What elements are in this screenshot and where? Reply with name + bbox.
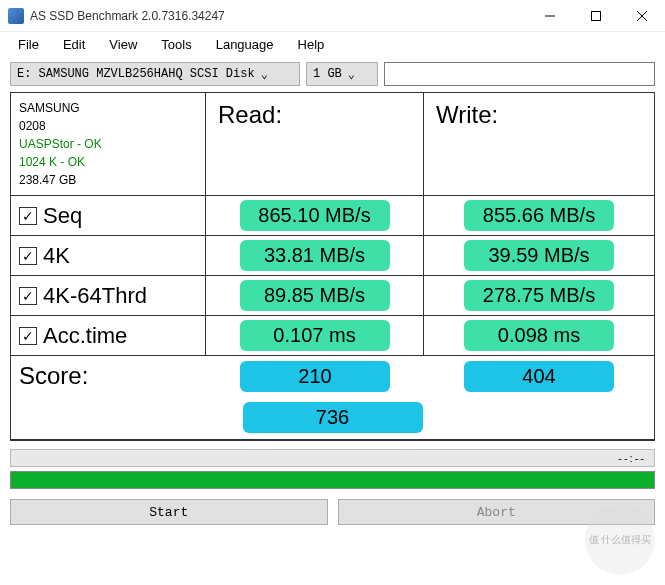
size-select[interactable]: 1 GB⌄	[306, 62, 378, 86]
acc-label: Acc.time	[43, 323, 127, 349]
chevron-down-icon: ⌄	[261, 67, 268, 82]
drive-info: SAMSUNG 0208 UASPStor - OK 1024 K - OK 2…	[11, 93, 206, 195]
drive-fw: 0208	[19, 117, 197, 135]
score-row: Score: 210 404 736	[11, 356, 654, 440]
title-bar: AS SSD Benchmark 2.0.7316.34247	[0, 0, 665, 32]
minimize-button[interactable]	[527, 0, 573, 31]
menu-tools[interactable]: Tools	[151, 35, 201, 54]
4k64-label: 4K-64Thrd	[43, 283, 147, 309]
seq-label: Seq	[43, 203, 82, 229]
menu-bar: File Edit View Tools Language Help	[0, 32, 665, 56]
score-header: Score:	[19, 362, 88, 390]
acc-write: 0.098 ms	[464, 320, 614, 351]
seq-write: 855.66 MB/s	[464, 200, 614, 231]
seq-read: 865.10 MB/s	[240, 200, 390, 231]
drive-select-value: E: SAMSUNG MZVLB256HAHQ SCSI Disk	[17, 67, 255, 81]
size-select-value: 1 GB	[313, 67, 342, 81]
drive-driver: UASPStor - OK	[19, 135, 197, 153]
write-header: Write:	[424, 93, 654, 195]
menu-file[interactable]: File	[8, 35, 49, 54]
start-button[interactable]: Start	[10, 499, 328, 525]
status-bar: --:--	[10, 449, 655, 467]
progress-bar	[10, 471, 655, 489]
text-input[interactable]	[384, 62, 655, 86]
4k64-checkbox[interactable]: ✓	[19, 287, 37, 305]
close-button[interactable]	[619, 0, 665, 31]
menu-view[interactable]: View	[99, 35, 147, 54]
status-time: --:--	[618, 452, 646, 464]
score-read: 210	[240, 361, 390, 392]
4k64-read: 89.85 MB/s	[240, 280, 390, 311]
read-header: Read:	[206, 93, 424, 195]
menu-help[interactable]: Help	[288, 35, 335, 54]
maximize-button[interactable]	[573, 0, 619, 31]
4k-write: 39.59 MB/s	[464, 240, 614, 271]
score-write: 404	[464, 361, 614, 392]
window-title: AS SSD Benchmark 2.0.7316.34247	[30, 9, 527, 23]
svg-rect-1	[592, 11, 601, 20]
menu-language[interactable]: Language	[206, 35, 284, 54]
app-icon	[8, 8, 24, 24]
menu-edit[interactable]: Edit	[53, 35, 95, 54]
4k64-write: 278.75 MB/s	[464, 280, 614, 311]
drive-align: 1024 K - OK	[19, 153, 197, 171]
watermark-icon: 值 什么值得买	[585, 505, 655, 575]
drive-capacity: 238.47 GB	[19, 171, 197, 189]
4k-label: 4K	[43, 243, 70, 269]
results-grid: SAMSUNG 0208 UASPStor - OK 1024 K - OK 2…	[10, 92, 655, 441]
4k-read: 33.81 MB/s	[240, 240, 390, 271]
selector-row: E: SAMSUNG MZVLB256HAHQ SCSI Disk⌄ 1 GB⌄	[0, 56, 665, 92]
chevron-down-icon: ⌄	[348, 67, 355, 82]
drive-select[interactable]: E: SAMSUNG MZVLB256HAHQ SCSI Disk⌄	[10, 62, 300, 86]
acc-checkbox[interactable]: ✓	[19, 327, 37, 345]
seq-checkbox[interactable]: ✓	[19, 207, 37, 225]
drive-name: SAMSUNG	[19, 99, 197, 117]
score-total: 736	[243, 402, 423, 433]
acc-read: 0.107 ms	[240, 320, 390, 351]
4k-checkbox[interactable]: ✓	[19, 247, 37, 265]
